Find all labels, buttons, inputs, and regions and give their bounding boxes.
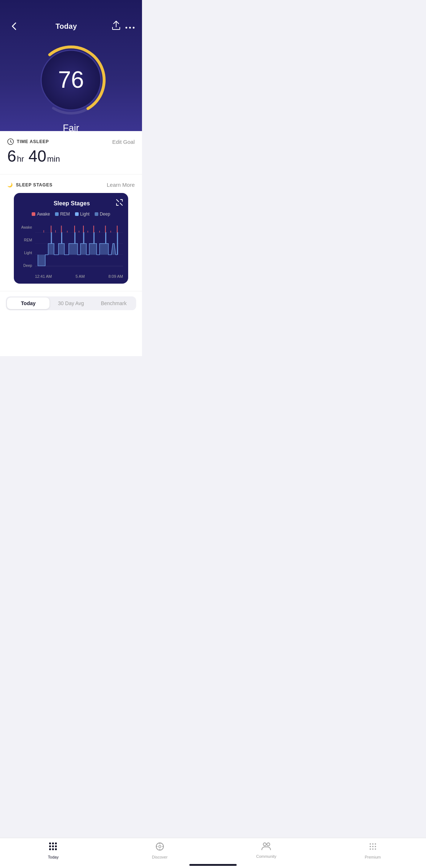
awake-label: Awake <box>37 212 50 217</box>
rem-dot <box>55 212 59 216</box>
time-asleep-section: TIME ASLEEP Edit Goal 6hr 40min <box>0 131 142 174</box>
svg-point-0 <box>125 27 127 28</box>
sleep-stages-label: 🌙 SLEEP STAGES <box>7 182 52 188</box>
moon-icon: 🌙 <box>7 182 13 188</box>
deep-dot <box>95 212 98 216</box>
y-awake: Awake <box>19 225 32 229</box>
tab-benchmark[interactable]: Benchmark <box>92 297 135 309</box>
chart-svg-container: 12:41 AM 5 AM 8:09 AM <box>35 221 123 279</box>
svg-point-2 <box>133 27 134 28</box>
top-actions <box>112 21 135 32</box>
legend-rem: REM <box>55 212 70 217</box>
minutes-unit: min <box>47 154 60 163</box>
score-center: 76 <box>58 68 84 91</box>
sleep-chart-card: Sleep Stages Awake REM <box>14 193 128 284</box>
sleep-stages-section: 🌙 SLEEP STAGES Learn More Sleep Stages <box>0 174 142 291</box>
light-label: Light <box>80 212 90 217</box>
y-light: Light <box>19 251 32 255</box>
share-button[interactable] <box>112 21 120 32</box>
light-dot <box>75 212 79 216</box>
time-mid: 5 AM <box>76 274 85 279</box>
legend-light: Light <box>75 212 90 217</box>
minutes-value: 40 <box>28 147 46 165</box>
y-axis: Awake REM Light Deep <box>19 221 33 279</box>
time-start: 12:41 AM <box>35 274 52 279</box>
sleep-stages-header: 🌙 SLEEP STAGES Learn More <box>7 182 135 188</box>
hero-section: Today <box>0 0 142 131</box>
edit-goal-button[interactable]: Edit Goal <box>112 139 135 145</box>
hours-value: 6 <box>7 147 16 165</box>
legend-awake: Awake <box>32 212 50 217</box>
content-area: TIME ASLEEP Edit Goal 6hr 40min 🌙 SLEEP … <box>0 131 142 356</box>
hours-unit: hr <box>17 154 24 163</box>
y-deep: Deep <box>19 264 32 268</box>
tab-30day[interactable]: 30 Day Avg <box>50 297 92 309</box>
chart-title-row: Sleep Stages <box>19 199 123 208</box>
score-value: 76 <box>58 68 84 91</box>
time-asleep-label: TIME ASLEEP <box>7 138 49 145</box>
clock-icon <box>7 138 14 145</box>
tabs-container: Today 30 Day Avg Benchmark <box>6 296 136 310</box>
learn-more-button[interactable]: Learn More <box>107 182 135 188</box>
score-ring: 76 <box>35 44 107 117</box>
tab-today[interactable]: Today <box>7 297 50 309</box>
sleep-stages-svg <box>35 221 123 272</box>
more-button[interactable] <box>125 22 135 31</box>
tabs-section: Today 30 Day Avg Benchmark <box>0 292 142 316</box>
svg-point-1 <box>129 27 131 28</box>
chart-legend: Awake REM Light Deep <box>19 212 123 217</box>
time-end: 8:09 AM <box>109 274 123 279</box>
time-labels: 12:41 AM 5 AM 8:09 AM <box>35 274 123 279</box>
time-asleep-header: TIME ASLEEP Edit Goal <box>7 138 135 145</box>
back-button[interactable] <box>7 20 20 33</box>
y-rem: REM <box>19 238 32 242</box>
expand-button[interactable] <box>116 199 123 208</box>
legend-deep: Deep <box>95 212 110 217</box>
chart-area-wrapper: Awake REM Light Deep <box>19 221 123 279</box>
top-bar: Today <box>0 0 142 36</box>
deep-label: Deep <box>100 212 110 217</box>
time-display: 6hr 40min <box>7 147 135 165</box>
rem-label: REM <box>60 212 70 217</box>
score-container: 76 Fair <box>35 44 107 117</box>
awake-dot <box>32 212 35 216</box>
chart-title: Sleep Stages <box>28 200 116 207</box>
page-title: Today <box>56 22 77 31</box>
